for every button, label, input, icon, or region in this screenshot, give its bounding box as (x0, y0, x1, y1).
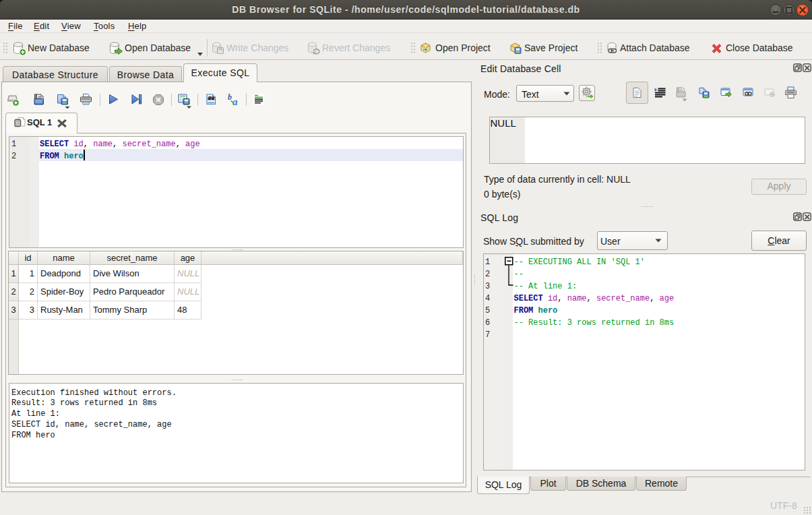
svg-text:b: b (228, 92, 232, 102)
svg-text:a: a (232, 96, 238, 107)
